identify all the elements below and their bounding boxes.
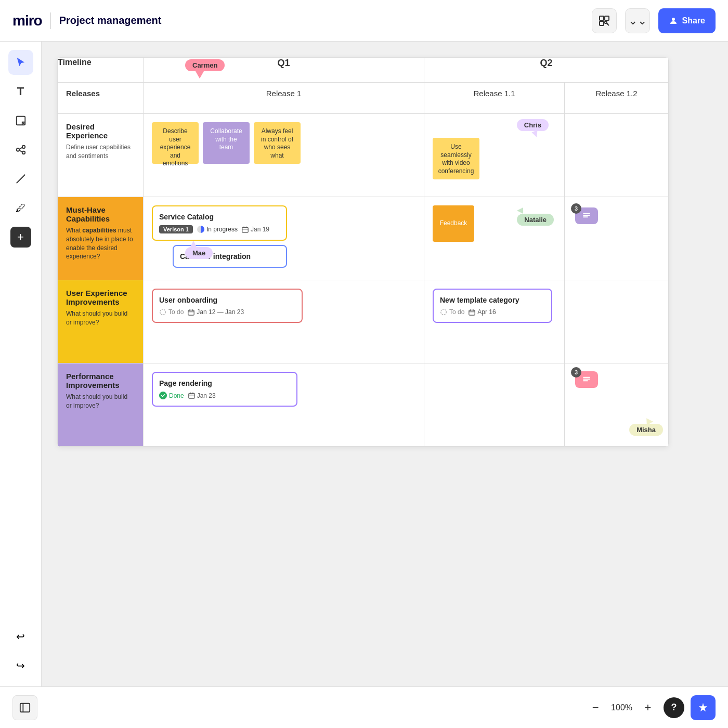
- svg-point-24: [441, 309, 447, 315]
- svg-rect-2: [600, 21, 604, 25]
- user-onboarding-meta: To do Jan 12 — Jan 23: [159, 308, 295, 316]
- release-1-1-label: Release 1.1: [473, 89, 515, 98]
- svg-rect-20: [188, 310, 194, 315]
- note-tool[interactable]: [8, 108, 33, 133]
- svg-rect-17: [583, 215, 590, 216]
- sticky-always: Always feel in control of who sees what: [254, 122, 301, 164]
- pen-tool[interactable]: 🖊: [8, 196, 33, 220]
- svg-rect-3: [605, 21, 607, 23]
- svg-point-19: [160, 309, 166, 315]
- svg-rect-35: [583, 379, 590, 380]
- sidebar-toggle[interactable]: [12, 695, 37, 720]
- service-catalog-title: Service Catalog: [159, 213, 280, 221]
- svg-rect-36: [583, 380, 588, 381]
- desired-experience-row: Desired Experience Define user capabilit…: [58, 114, 669, 197]
- new-template-meta: To do Apr 16: [440, 308, 545, 316]
- svg-point-8: [22, 151, 25, 154]
- new-template-date: Apr 16: [469, 308, 496, 316]
- page-rendering-card[interactable]: Page rendering Done Jan 23: [152, 372, 297, 407]
- svg-line-10: [19, 150, 22, 152]
- service-catalog-date: Jan 19: [242, 226, 269, 233]
- zoom-out-button[interactable]: −: [586, 698, 605, 717]
- svg-rect-1: [605, 16, 609, 20]
- share-button[interactable]: Share: [658, 8, 716, 33]
- must-have-title: Must-Have Capabilities: [66, 205, 135, 223]
- new-template-card[interactable]: New template category To do Apr 16: [433, 289, 552, 323]
- connect-tool[interactable]: [8, 137, 33, 162]
- performance-desc: What should you build or improve?: [66, 393, 135, 410]
- svg-rect-12: [242, 227, 248, 232]
- page-rendering-status: Done: [159, 392, 184, 399]
- undo-tool[interactable]: ↩: [8, 624, 33, 649]
- svg-rect-16: [583, 213, 590, 214]
- page-rendering-meta: Done Jan 23: [159, 392, 290, 399]
- project-title: Project management: [59, 15, 162, 27]
- release-1-2-label: Release 1.2: [595, 89, 637, 98]
- comment-badge-1[interactable]: 3: [575, 207, 598, 224]
- performance-title: Performance Improvements: [66, 372, 135, 389]
- ux-improvements-title: User Experience Improvements: [66, 289, 135, 306]
- desired-q1-notes: Describe user experience and emotions Co…: [152, 122, 415, 164]
- svg-rect-25: [469, 310, 475, 315]
- templates-button[interactable]: [592, 8, 617, 33]
- ai-button[interactable]: [691, 695, 716, 720]
- user-onboarding-status: To do: [159, 308, 184, 316]
- svg-line-9: [19, 147, 22, 149]
- comment-badge-2[interactable]: 3: [575, 371, 598, 388]
- add-tool[interactable]: +: [8, 225, 33, 250]
- svg-rect-34: [583, 377, 590, 378]
- miro-logo: miro: [12, 12, 42, 29]
- zoom-in-button[interactable]: +: [639, 698, 657, 717]
- zoom-level: 100%: [611, 703, 632, 712]
- sticky-seamlessly: Use seamlessly with video conferencing: [433, 138, 479, 179]
- release-1-label: Release 1: [266, 89, 302, 98]
- svg-rect-0: [600, 16, 604, 20]
- page-rendering-date: Jan 23: [188, 392, 216, 399]
- svg-rect-37: [20, 703, 30, 712]
- must-have-row: Must-Have Capabilities What capabilities…: [58, 197, 669, 280]
- header: miro Project management ⌄⌄ Share: [0, 0, 728, 42]
- help-button[interactable]: ?: [664, 697, 684, 718]
- more-button[interactable]: ⌄⌄: [625, 8, 650, 33]
- service-catalog-meta: Verison 1 In progress Jan 19: [159, 225, 280, 233]
- svg-point-29: [159, 392, 167, 399]
- svg-line-11: [16, 175, 25, 184]
- sticky-feedback: Feedback: [433, 205, 474, 242]
- col-q2-header: Q2: [424, 58, 669, 83]
- canvas: Timeline Q1 Q2 Releases Release 1 Carmen: [42, 42, 728, 686]
- sticky-collaborate: Collaborate with the team: [203, 122, 250, 164]
- user-onboarding-date: Jan 12 — Jan 23: [188, 308, 244, 316]
- chris-cursor: Chris: [517, 119, 549, 137]
- ux-improvements-desc: What should you build or improve?: [66, 309, 135, 327]
- natalie-cursor: Natalie: [522, 207, 559, 226]
- in-progress-status: In progress: [197, 226, 238, 233]
- left-toolbar: T 🖊 + ↩ ↪: [0, 42, 42, 686]
- desired-experience-title: Desired Experience: [66, 122, 135, 140]
- svg-point-6: [16, 148, 19, 151]
- carmen-cursor: Carmen: [185, 59, 225, 79]
- new-template-status: To do: [440, 308, 464, 316]
- version-badge: Verison 1: [159, 225, 193, 233]
- select-tool[interactable]: [8, 50, 33, 75]
- col-timeline-header: Timeline: [58, 58, 144, 83]
- sticky-describe: Describe user experience and emotions: [152, 122, 199, 164]
- line-tool[interactable]: [8, 166, 33, 191]
- service-catalog-card[interactable]: Service Catalog Verison 1 In progress Ja…: [152, 205, 287, 241]
- svg-point-7: [22, 146, 25, 149]
- releases-label: Releases: [66, 89, 100, 98]
- svg-point-4: [672, 18, 675, 21]
- svg-rect-18: [583, 216, 588, 217]
- header-divider: [50, 12, 51, 29]
- redo-tool[interactable]: ↪: [8, 653, 33, 678]
- svg-rect-30: [189, 393, 194, 398]
- board: Timeline Q1 Q2 Releases Release 1 Carmen: [57, 57, 669, 447]
- text-tool[interactable]: T: [8, 79, 33, 104]
- misha-cursor: Misha: [629, 418, 663, 436]
- user-onboarding-title: User onboarding: [159, 296, 295, 304]
- ux-improvements-row: User Experience Improvements What should…: [58, 280, 669, 363]
- bottom-bar: − 100% + ?: [0, 686, 728, 728]
- user-onboarding-card[interactable]: User onboarding To do Jan 12 — Jan 23: [152, 289, 303, 323]
- desired-experience-desc: Define user capabilities and sentiments: [66, 143, 135, 161]
- mae-cursor: Mae: [185, 241, 213, 259]
- page-rendering-title: Page rendering: [159, 379, 290, 387]
